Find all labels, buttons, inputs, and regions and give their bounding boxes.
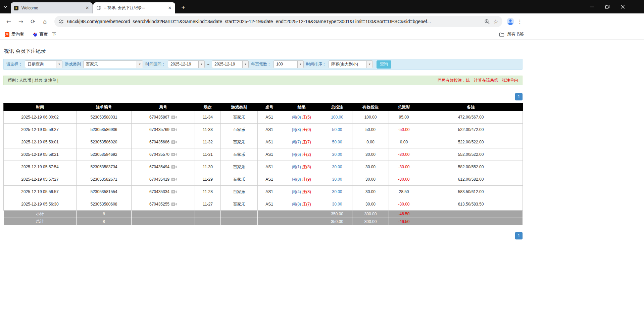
cell-time: 2025-12-19 05:56:57 — [4, 186, 77, 198]
dropdown-arrow-icon[interactable]: ▼ — [198, 61, 204, 68]
dropdown-arrow-icon[interactable]: ▼ — [242, 61, 248, 68]
date-start-select[interactable]: 2025-12-19 ▼ — [168, 60, 205, 68]
tab-search-button[interactable] — [0, 0, 11, 13]
date-query-select[interactable]: 日期查询 ▼ — [25, 60, 62, 68]
cell-payout: -30.00 — [389, 173, 419, 186]
subtotal-total-bet: 350.00 — [322, 211, 352, 218]
subtotal-payout: -46.50 — [389, 211, 419, 218]
search-button[interactable]: 查询 — [377, 60, 391, 69]
cell-total-bet[interactable]: 50.00 — [322, 136, 352, 148]
column-header: 桌号 — [258, 103, 281, 111]
table-row: 2025-12-19 05:56:57 523053581554 6704353… — [4, 186, 523, 198]
minimize-button[interactable] — [590, 5, 594, 9]
cell-total-bet[interactable]: 30.00 — [322, 173, 352, 186]
page-size-select[interactable]: 100 ▼ — [274, 60, 304, 68]
dropdown-arrow-icon[interactable]: ▼ — [366, 61, 373, 68]
video-replay-icon[interactable] — [171, 202, 177, 206]
cell-total-bet[interactable]: 50.00 — [322, 124, 352, 136]
column-header: 总派彩 — [389, 103, 419, 111]
cell-payout: -50.00 — [389, 124, 419, 136]
cell-session: 11-31 — [195, 148, 221, 161]
home-button[interactable]: ⌂ — [40, 16, 50, 27]
cell-table-id: AS1 — [258, 148, 281, 161]
back-button[interactable]: ← — [3, 16, 14, 27]
cell-bet-id: 523053580608 — [77, 198, 132, 211]
zoom-icon[interactable] — [484, 19, 490, 25]
cell-session: 11-33 — [195, 124, 221, 136]
cell-remark: 613.50/583.50 — [419, 198, 523, 211]
cell-result: 闲(0) 庄(5) — [281, 111, 322, 124]
date-range-label: 时间区间： — [145, 61, 165, 67]
video-replay-icon[interactable] — [171, 115, 177, 119]
cell-table-id: AS1 — [258, 173, 281, 186]
date-range-tilde: ~ — [207, 62, 209, 67]
browser-tab-betrecord[interactable]: :::视讯, 会员下注纪录::: ✕ — [93, 2, 175, 13]
video-replay-icon[interactable] — [171, 140, 177, 144]
video-replay-icon[interactable] — [171, 165, 177, 169]
page-number-button[interactable]: 1 — [515, 93, 523, 100]
table-row: 2025-12-19 05:59:27 523053586906 6704357… — [4, 124, 523, 136]
cell-valid-bet: 30.00 — [352, 148, 389, 161]
cell-remark: 472.00/567.00 — [419, 111, 523, 124]
cell-table-id: AS1 — [258, 124, 281, 136]
video-replay-icon[interactable] — [171, 128, 177, 132]
bookmark-baidu[interactable]: 百度一下 — [33, 32, 56, 37]
cell-valid-bet: 50.00 — [352, 124, 389, 136]
tab-close-icon[interactable]: ✕ — [167, 5, 172, 11]
sort-order-select[interactable]: 降幂(由大到小) ▼ — [329, 60, 373, 68]
cell-table-id: AS1 — [258, 161, 281, 173]
filter-bar: 请选择： 日期查询 ▼ 游戏类别 百家乐 ▼ 时间区间： 2025-12-19 … — [3, 59, 523, 70]
tab-close-icon[interactable]: ✕ — [85, 5, 90, 11]
cell-total-bet[interactable]: 30.00 — [322, 186, 352, 198]
cell-total-bet[interactable]: 100.00 — [322, 111, 352, 124]
table-row: 2025-12-19 05:58:21 523053584692 6704355… — [4, 148, 523, 161]
cell-total-bet[interactable]: 30.00 — [322, 148, 352, 161]
table-row: 2025-12-19 05:59:01 523053586020 6704356… — [4, 136, 523, 148]
cell-round-id: 670435769 — [132, 124, 195, 136]
cell-result: 闲(8) 庄(0) — [281, 124, 322, 136]
cell-total-bet[interactable]: 30.00 — [322, 198, 352, 211]
bookmark-aitaobao[interactable]: 淘 爱淘宝 — [5, 32, 24, 37]
cell-time: 2025-12-19 05:57:54 — [4, 161, 77, 173]
reload-button[interactable]: ⟳ — [28, 16, 38, 27]
cell-session: 11-34 — [195, 111, 221, 124]
page-number-button[interactable]: 1 — [515, 232, 523, 239]
new-tab-button[interactable]: + — [179, 3, 188, 12]
video-replay-icon[interactable] — [171, 177, 177, 181]
folder-icon — [499, 32, 504, 37]
bookmark-star-icon[interactable]: ☆ — [493, 18, 498, 25]
close-button[interactable] — [621, 5, 625, 9]
table-row: 2025-12-19 05:57:27 523053582671 6704354… — [4, 173, 523, 186]
cell-remark: 522.00/472.00 — [419, 124, 523, 136]
forward-button[interactable]: → — [15, 16, 26, 27]
column-header: 总投注 — [322, 103, 352, 111]
dropdown-arrow-icon[interactable]: ▼ — [297, 61, 303, 68]
site-settings-icon[interactable] — [58, 19, 64, 24]
all-bookmarks-label: 所有书签 — [507, 32, 524, 37]
cell-session: 11-27 — [195, 198, 221, 211]
globe-icon — [96, 5, 101, 11]
maximize-button[interactable] — [605, 5, 609, 9]
page-content: 视讯 会员下注纪录 请选择： 日期查询 ▼ 游戏类别 百家乐 ▼ 时间区间： 2… — [3, 40, 523, 239]
table-row: 2025-12-19 05:57:54 523053583734 6704354… — [4, 161, 523, 173]
video-replay-icon[interactable] — [171, 190, 177, 194]
dropdown-arrow-icon[interactable]: ▼ — [137, 61, 143, 68]
cell-remark: 582.00/552.00 — [419, 161, 523, 173]
game-type-select[interactable]: 百家乐 ▼ — [83, 60, 143, 68]
cell-valid-bet: 30.00 — [352, 173, 389, 186]
select-label: 请选择： — [6, 61, 22, 67]
all-bookmarks[interactable]: 所有书签 — [494, 32, 524, 37]
cell-bet-id: 523053582671 — [77, 173, 132, 186]
cell-total-bet[interactable]: 30.00 — [322, 161, 352, 173]
browser-menu-icon[interactable]: ⋮ — [516, 18, 524, 25]
cell-game-type: 百家乐 — [221, 124, 258, 136]
browser-tab-welcome[interactable]: ◆ Welcome ✕ — [11, 2, 93, 13]
address-bar[interactable]: 66cxkj98.com/game/betrecord_search/kind3… — [54, 16, 502, 27]
profile-avatar[interactable] — [506, 17, 514, 26]
video-replay-icon[interactable] — [171, 152, 177, 156]
date-end-select[interactable]: 2025-12-19 ▼ — [212, 60, 249, 68]
dropdown-arrow-icon[interactable]: ▼ — [56, 61, 62, 68]
grand-total-valid-bet: 300.00 — [352, 218, 389, 225]
cell-remark: 583.50/612.00 — [419, 186, 523, 198]
cell-bet-id: 523053586020 — [77, 136, 132, 148]
